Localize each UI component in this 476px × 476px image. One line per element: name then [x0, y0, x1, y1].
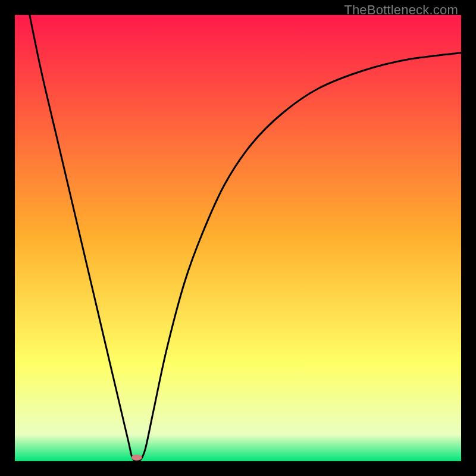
chart-frame: [15, 15, 461, 461]
watermark-text: TheBottleneck.com: [344, 2, 458, 18]
minimum-marker: [131, 455, 142, 461]
chart-background: [15, 15, 461, 461]
bottleneck-chart: [15, 15, 461, 461]
